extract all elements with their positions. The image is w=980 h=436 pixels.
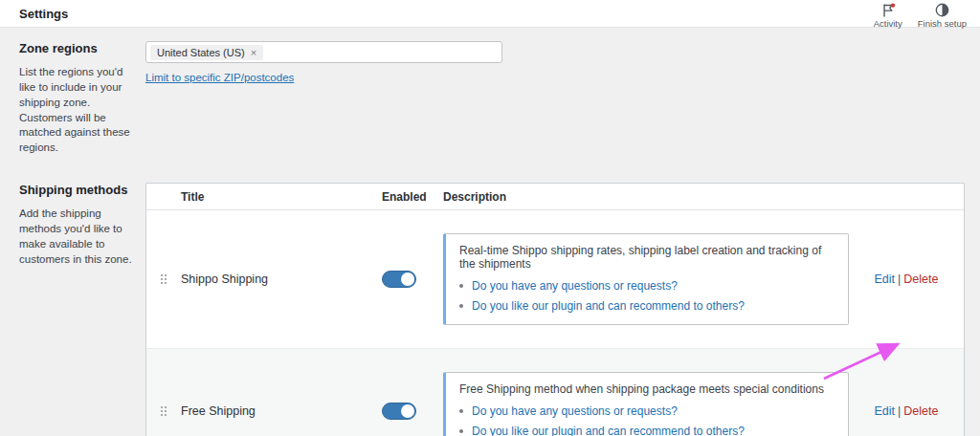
column-header-description: Description — [443, 190, 849, 204]
method-description: Real-time Shippo shipping rates, shippin… — [459, 244, 835, 271]
enabled-toggle[interactable] — [382, 271, 416, 288]
flag-icon — [880, 3, 896, 17]
questions-link[interactable]: Do you have any questions or requests? — [472, 404, 678, 418]
method-description-box: Free Shipping method when shipping packa… — [443, 372, 849, 436]
zone-regions-intro: Zone regions List the regions you'd like… — [19, 41, 145, 156]
zone-regions-controls: United States (US) × Limit to specific Z… — [145, 41, 965, 156]
recommend-link[interactable]: Do you like our plugin and can recommend… — [472, 299, 745, 313]
method-links: Do you have any questions or requests? D… — [459, 404, 835, 436]
page-title: Settings — [19, 7, 68, 21]
action-separator: | — [898, 272, 901, 286]
shipping-methods-heading: Shipping methods — [19, 183, 145, 197]
edit-link[interactable]: Edit — [875, 404, 896, 418]
finish-setup-button[interactable]: Finish setup — [918, 3, 967, 29]
column-header-title: Title — [181, 190, 382, 204]
region-select-input[interactable]: United States (US) × — [145, 41, 502, 63]
method-links: Do you have any questions or requests? D… — [459, 279, 835, 313]
row-actions: Edit|Delete — [875, 404, 939, 418]
table-row-shippo-shipping: Shippo Shipping Real-time Shippo shippin… — [146, 210, 964, 348]
region-chip-label: United States (US) — [157, 47, 245, 58]
shipping-methods-intro: Shipping methods Add the shipping method… — [19, 183, 145, 436]
questions-link[interactable]: Do you have any questions or requests? — [472, 279, 678, 293]
toggle-knob — [401, 404, 414, 418]
recommend-link[interactable]: Do you like our plugin and can recommend… — [472, 425, 745, 436]
delete-link[interactable]: Delete — [903, 272, 938, 286]
row-actions: Edit|Delete — [875, 272, 939, 286]
shipping-methods-description: Add the shipping methods you'd like to m… — [19, 207, 145, 267]
method-description: Free Shipping method when shipping packa… — [459, 382, 835, 396]
column-header-enabled: Enabled — [382, 190, 443, 204]
shipping-methods-section: Shipping methods Add the shipping method… — [19, 183, 965, 436]
zone-regions-description: List the regions you'd like to include i… — [19, 65, 145, 156]
zone-regions-section: Zone regions List the regions you'd like… — [19, 41, 965, 156]
bullet-icon — [459, 409, 463, 413]
enabled-toggle[interactable] — [382, 403, 416, 420]
shipping-methods-main: Title Enabled Description Shippo Shippin… — [145, 183, 965, 436]
half-circle-icon — [934, 3, 949, 17]
edit-link[interactable]: Edit — [875, 272, 896, 286]
bullet-icon — [459, 304, 463, 308]
bullet-icon — [459, 429, 463, 433]
delete-link[interactable]: Delete — [903, 404, 938, 418]
limit-zip-link[interactable]: Limit to specific ZIP/postcodes — [145, 72, 294, 83]
finish-setup-label: Finish setup — [918, 18, 967, 29]
drag-handle-icon[interactable] — [160, 273, 167, 285]
region-chip: United States (US) × — [150, 45, 263, 60]
shipping-methods-table: Title Enabled Description Shippo Shippin… — [145, 183, 965, 436]
method-title: Free Shipping — [181, 404, 382, 418]
remove-region-icon[interactable]: × — [251, 47, 256, 58]
top-bar: Settings Activity Finish setup — [0, 0, 980, 28]
method-description-box: Real-time Shippo shipping rates, shippin… — [443, 233, 849, 325]
bullet-icon — [459, 284, 463, 288]
top-bar-actions: Activity Finish setup — [874, 3, 967, 29]
table-row-free-shipping: Free Shipping Free Shipping method when … — [146, 348, 964, 436]
drag-handle-icon[interactable] — [160, 405, 167, 417]
zone-regions-heading: Zone regions — [19, 41, 145, 55]
activity-button[interactable]: Activity — [874, 3, 902, 29]
action-separator: | — [898, 404, 901, 418]
table-header-row: Title Enabled Description — [146, 184, 964, 210]
settings-content: Zone regions List the regions you'd like… — [0, 28, 980, 436]
toggle-knob — [401, 272, 414, 286]
method-title: Shippo Shipping — [181, 272, 382, 286]
activity-label: Activity — [874, 18, 902, 29]
